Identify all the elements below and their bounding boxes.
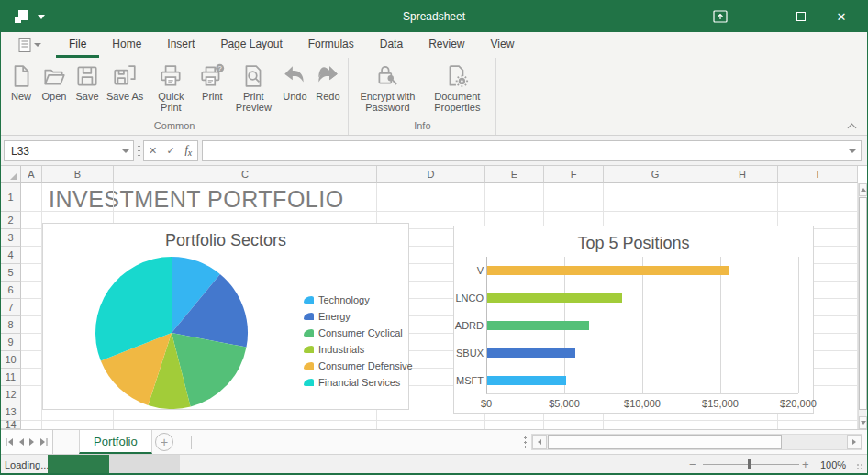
tab-insert[interactable]: Insert <box>154 32 207 58</box>
undo-button[interactable]: Undo <box>278 61 311 102</box>
save-button[interactable]: Save <box>71 61 104 102</box>
button-label: Redo <box>316 91 339 102</box>
document-properties-button[interactable]: Document Properties <box>422 61 492 114</box>
open-button[interactable]: Open <box>38 61 71 102</box>
zoom-out-button[interactable]: − <box>689 455 696 474</box>
bar-msft[interactable] <box>487 376 566 385</box>
row-header-4[interactable]: 4 <box>1 247 21 264</box>
encrypt-with-password-button[interactable]: Encrypt with Password <box>352 61 422 114</box>
minimize-button[interactable] <box>740 1 781 32</box>
row-header-12[interactable]: 12 <box>1 386 21 403</box>
tab-home[interactable]: Home <box>99 32 154 58</box>
legend-marker-icon <box>304 379 314 386</box>
formula-buttons: ✕ ✓ fx <box>143 140 198 161</box>
column-header-H[interactable]: H <box>707 166 778 183</box>
app-logo-icon[interactable] <box>12 7 30 26</box>
vertical-scrollbar[interactable] <box>858 183 867 429</box>
button-label: Save <box>75 91 98 102</box>
print-button[interactable]: ?Print <box>195 61 228 102</box>
column-header-E[interactable]: E <box>485 166 544 183</box>
row-header-5[interactable]: 5 <box>1 264 21 282</box>
scroll-left-button[interactable] <box>532 435 547 449</box>
bar-category-adrd: ADRD <box>454 320 484 331</box>
sheet-tab-portfolio[interactable]: Portfolio <box>79 430 152 454</box>
horizontal-scrollbar[interactable] <box>531 434 862 450</box>
row-header-14[interactable]: 14 <box>1 421 21 429</box>
row-header-10[interactable]: 10 <box>1 351 21 369</box>
row-header-7[interactable]: 7 <box>1 299 21 316</box>
loading-status-text: Loading... <box>5 455 49 474</box>
bar-v[interactable] <box>487 266 729 275</box>
row-header-9[interactable]: 9 <box>1 334 21 351</box>
zoom-slider-thumb[interactable] <box>748 459 751 469</box>
row-header-1[interactable]: 1 <box>1 183 21 212</box>
formula-input[interactable] <box>202 140 862 161</box>
redo-button[interactable]: Redo <box>311 61 344 102</box>
ribbon-toolbar: NewOpenSaveSave AsQuick Print?PrintPrint… <box>1 58 867 136</box>
print-preview-button[interactable]: Print Preview <box>228 61 278 114</box>
horizontal-scrollbar-thumb[interactable] <box>548 435 782 449</box>
ribbon-display-options-button[interactable] <box>700 1 740 32</box>
row-header-8[interactable]: 8 <box>1 316 21 334</box>
row-header-11[interactable]: 11 <box>1 369 21 386</box>
scroll-right-button[interactable] <box>847 435 862 449</box>
button-label: Document Properties <box>425 91 489 114</box>
name-box[interactable]: L33 <box>4 140 134 161</box>
save-as-button[interactable]: Save As <box>104 61 146 102</box>
scroll-down-button[interactable] <box>859 416 867 429</box>
chevron-down-icon <box>849 149 856 153</box>
confirm-entry-button[interactable]: ✓ <box>162 145 179 157</box>
tab-file[interactable]: File <box>56 32 99 58</box>
pie-chart[interactable]: Portfolio Sectors TechnologyEnergyConsum… <box>42 223 409 410</box>
last-sheet-button[interactable] <box>39 437 49 447</box>
zoom-in-button[interactable]: + <box>802 455 809 474</box>
column-header-G[interactable]: G <box>604 166 707 183</box>
bar-chart[interactable]: Top 5 Positions VLNCOADRDSBUXMSFT $0$5,0… <box>453 226 814 414</box>
x-axis-tick-label: $5,000 <box>549 398 580 409</box>
file-menu-caret-icon <box>34 43 41 47</box>
quick-print-button[interactable]: Quick Print <box>146 61 195 114</box>
app-menu-caret-icon[interactable] <box>38 15 45 19</box>
column-headers: ABCDEFGHI <box>21 166 858 183</box>
close-button[interactable]: ✕ <box>821 1 862 32</box>
select-all-button[interactable] <box>1 166 21 183</box>
row-header-2[interactable]: 2 <box>1 212 21 229</box>
ribbon-tabs: FileHomeInsertPage LayoutFormulasDataRev… <box>56 32 527 58</box>
name-box-dropdown[interactable] <box>117 141 133 160</box>
scrollbar-grip[interactable] <box>524 436 527 449</box>
maximize-button[interactable] <box>781 1 821 32</box>
new-button[interactable]: New <box>5 61 38 102</box>
column-header-A[interactable]: A <box>21 166 42 183</box>
row-header-3[interactable]: 3 <box>1 229 21 247</box>
first-sheet-button[interactable] <box>5 437 14 447</box>
window-resize-grip[interactable] <box>856 463 863 470</box>
row-header-6[interactable]: 6 <box>1 282 21 299</box>
expand-formula-bar-button[interactable] <box>844 141 861 160</box>
formula-bar-grip[interactable] <box>138 144 140 158</box>
previous-sheet-button[interactable] <box>17 437 26 447</box>
tab-view[interactable]: View <box>478 32 528 58</box>
column-header-B[interactable]: B <box>42 166 114 183</box>
tab-data[interactable]: Data <box>367 32 416 58</box>
file-menu-button[interactable] <box>14 32 45 58</box>
collapse-ribbon-button[interactable] <box>849 122 856 129</box>
close-icon: ✕ <box>837 11 847 23</box>
button-label: Encrypt with Password <box>355 91 419 114</box>
bar-lnco[interactable] <box>487 293 622 303</box>
next-sheet-button[interactable] <box>28 437 37 447</box>
tab-page-layout[interactable]: Page Layout <box>207 32 295 58</box>
add-sheet-button[interactable]: + <box>155 433 173 451</box>
vertical-scrollbar-thumb[interactable] <box>859 197 867 410</box>
bar-sbux[interactable] <box>487 348 575 358</box>
scroll-up-button[interactable] <box>859 183 867 196</box>
bar-adrd[interactable] <box>487 321 589 330</box>
tab-formulas[interactable]: Formulas <box>295 32 367 58</box>
insert-function-button[interactable]: fx <box>180 143 196 158</box>
column-header-F[interactable]: F <box>544 166 604 183</box>
cancel-entry-button[interactable]: ✕ <box>145 145 161 157</box>
tab-review[interactable]: Review <box>416 32 477 58</box>
legend-label: Consumer Cyclical <box>318 327 403 338</box>
column-header-C[interactable]: C <box>114 166 377 183</box>
column-header-I[interactable]: I <box>778 166 858 183</box>
column-header-D[interactable]: D <box>377 166 485 183</box>
